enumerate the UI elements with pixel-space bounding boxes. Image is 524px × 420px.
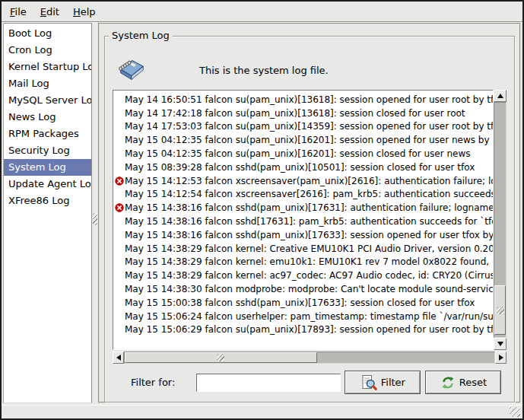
frame-header: This is the system log file. [113,50,507,90]
log-line[interactable]: May 15 08:39:28 falcon sshd(pam_unix)[10… [115,161,493,174]
menu-help[interactable]: Help [66,4,103,20]
log-line[interactable]: May 14 17:42:18 falcon su(pam_unix)[1361… [115,107,493,120]
main-panel: System Log [98,23,521,403]
log-line-text: May 14 16:50:51 falcon su(pam_unix)[1361… [125,94,493,105]
sidebar-item-news-log[interactable]: News Log [4,109,91,126]
error-icon [115,177,125,186]
log-line[interactable]: May 15 14:38:29 falcon kernel: emu10k1: … [115,256,493,269]
menu-file[interactable]: File [3,4,33,20]
log-line-text: May 15 14:38:16 falcon sshd(pam_unix)[17… [125,202,493,213]
status-bar [2,405,522,418]
filter-input[interactable] [196,374,341,392]
log-list: May 14 16:50:51 falcon su(pam_unix)[1361… [113,90,494,350]
log-line-text: May 15 04:12:35 falcon su(pam_unix)[1620… [125,135,493,145]
content-area: Boot LogCron LogKernel Startup LogMail L… [2,22,522,405]
search-document-icon [360,374,377,391]
scroll-right-button[interactable] [495,352,507,364]
log-description: This is the system log file. [199,65,329,76]
notebook-icon [114,55,146,85]
log-line-text: May 15 14:38:16 falcon sshd(pam_unix)[17… [125,230,493,240]
sidebar-item-security-log[interactable]: Security Log [4,142,91,159]
log-line[interactable]: May 15 14:12:54 falcon xscreensaver[2616… [115,188,493,202]
log-line[interactable]: May 15 14:38:16 falcon sshd(pam_unix)[17… [115,201,493,215]
log-line-text: May 15 15:06:29 falcon su(pam_unix)[1789… [125,324,493,335]
sidebar-item-xfree86-log[interactable]: XFree86 Log [4,192,91,209]
log-line[interactable]: May 15 04:12:35 falcon su(pam_unix)[1620… [115,147,493,161]
filter-button[interactable]: Filter [345,371,421,394]
horizontal-scroll-trough[interactable] [124,352,495,364]
log-line-text: May 15 14:38:29 falcon kernel: emu10k1: … [125,256,493,267]
refresh-icon [440,375,456,390]
log-line-text: May 15 14:38:30 falcon modprobe: modprob… [125,284,493,294]
log-line-text: May 14 17:53:03 falcon su(pam_unix)[1435… [125,121,493,132]
arrow-up-icon [497,94,503,98]
log-line[interactable]: May 15 14:12:53 falcon xscreensaver(pam_… [115,174,493,188]
log-line[interactable]: May 15 14:38:16 falcon sshd[17631]: pam_… [115,215,493,228]
log-line-text: May 15 14:38:29 falcon kernel: Creative … [125,243,493,254]
arrow-right-icon [499,355,503,361]
sidebar-item-mail-log[interactable]: Mail Log [4,75,91,92]
log-line-text: May 15 14:38:16 falcon sshd[17631]: pam_… [125,216,493,227]
thumb-grip-icon [497,307,504,314]
reset-button-label: Reset [459,377,487,388]
scroll-up-button[interactable] [494,90,507,102]
log-line-text: May 14 17:42:18 falcon su(pam_unix)[1361… [125,108,465,119]
arrow-down-icon [497,342,503,346]
log-line[interactable]: May 15 14:38:29 falcon kernel: Creative … [115,242,493,256]
scroll-left-button[interactable] [113,352,124,364]
menu-edit[interactable]: Edit [33,4,66,20]
sidebar-item-system-log[interactable]: System Log [4,159,91,176]
vertical-scroll-thumb[interactable] [494,285,506,335]
pane-splitter[interactable] [92,23,98,403]
arrow-left-icon [116,355,121,361]
log-line-text: May 15 14:38:29 falcon kernel: ac97_code… [125,270,493,281]
scroll-down-button[interactable] [494,338,507,350]
log-viewer-window: FileEditHelp Boot LogCron LogKernel Star… [0,0,524,420]
menubar: FileEditHelp [2,2,522,22]
log-line[interactable]: May 15 14:38:30 falcon modprobe: modprob… [115,282,493,296]
sidebar-item-rpm-packages[interactable]: RPM Packages [4,126,91,142]
log-line-text: May 15 15:06:24 falcon userhelper: pam_t… [125,311,493,322]
log-line[interactable]: May 15 14:38:16 falcon sshd(pam_unix)[17… [115,228,493,242]
sidebar-item-update-agent-log[interactable]: Update Agent Log [4,176,91,192]
error-icon [115,203,125,212]
log-line-text: May 15 15:00:38 falcon sshd(pam_unix)[17… [125,298,475,308]
log-line[interactable]: May 14 16:50:51 falcon su(pam_unix)[1361… [115,93,493,107]
sidebar-item-mysql-server-log[interactable]: MySQL Server Log [4,92,91,109]
system-log-frame: System Log [104,36,515,402]
log-line[interactable]: May 15 14:38:29 falcon kernel: ac97_code… [115,269,493,282]
log-line[interactable]: May 15 15:06:29 falcon su(pam_unix)[1789… [115,323,493,337]
sidebar-item-kernel-startup-log[interactable]: Kernel Startup Log [4,59,91,75]
sidebar-log-list: Boot LogCron LogKernel Startup LogMail L… [3,23,92,403]
log-line-text: May 15 04:12:35 falcon su(pam_unix)[1620… [125,148,471,159]
filter-button-label: Filter [381,377,405,388]
reset-button[interactable]: Reset [425,371,501,394]
sidebar-item-boot-log[interactable]: Boot Log [4,25,91,42]
splitter-grip-icon [93,213,97,225]
log-line[interactable]: May 15 15:06:24 falcon userhelper: pam_t… [115,310,493,323]
horizontal-scroll-thumb[interactable] [125,352,317,363]
log-line-text: May 15 14:12:53 falcon xscreensaver(pam_… [125,176,493,186]
log-line[interactable]: May 15 15:00:38 falcon sshd(pam_unix)[17… [115,296,493,310]
thumb-grip-icon [217,354,224,361]
log-line[interactable]: May 15 04:12:35 falcon su(pam_unix)[1620… [115,133,493,147]
log-line-text: May 15 08:39:28 falcon sshd(pam_unix)[10… [125,162,475,173]
filter-label: Filter for: [131,377,175,388]
log-line-text: May 15 14:12:54 falcon xscreensaver[2616… [125,189,493,199]
filter-bar: Filter for: [113,371,507,394]
horizontal-scrollbar[interactable] [113,352,507,364]
log-line[interactable]: May 14 17:53:03 falcon su(pam_unix)[1435… [115,120,493,134]
log-scroll-window: May 14 16:50:51 falcon su(pam_unix)[1361… [113,90,507,364]
frame-title: System Log [109,30,173,41]
sidebar-item-cron-log[interactable]: Cron Log [4,42,91,59]
resize-grip[interactable] [510,407,520,417]
vertical-scrollbar[interactable] [494,90,507,350]
vertical-scroll-trough[interactable] [494,102,507,338]
